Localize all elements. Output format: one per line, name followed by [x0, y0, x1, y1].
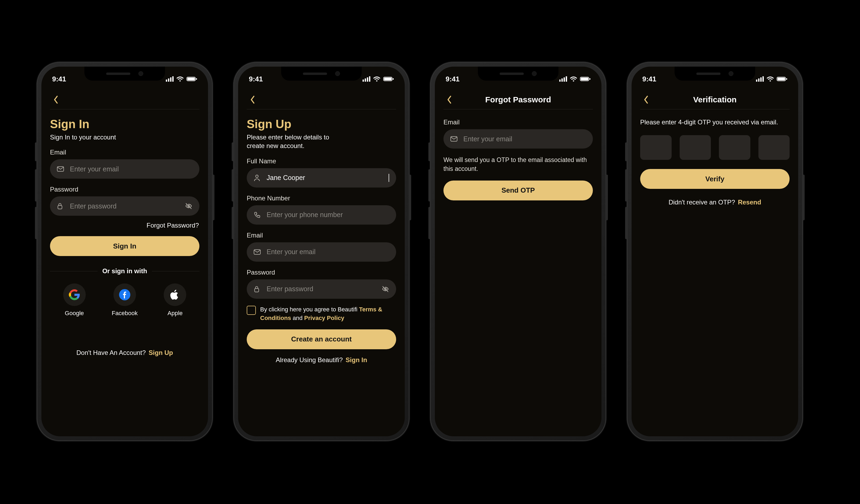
wifi-icon: [766, 76, 774, 82]
text-cursor: [389, 174, 389, 182]
send-otp-button[interactable]: Send OTP: [443, 181, 593, 200]
back-button[interactable]: [443, 94, 455, 105]
social-apple[interactable]: Apple: [164, 284, 186, 317]
email-input[interactable]: [69, 165, 192, 173]
phone-label: Phone Number: [247, 195, 396, 202]
notch: [478, 67, 558, 81]
phone-signup: 9:41 Sign Up Please enter below deta: [233, 62, 410, 441]
signup-link[interactable]: Sign Up: [148, 349, 173, 356]
no-account-line: Don't Have An Account? Sign Up: [50, 349, 199, 357]
create-account-button[interactable]: Create an account: [247, 329, 396, 349]
email-input[interactable]: [266, 248, 389, 256]
google-icon: [63, 284, 86, 306]
otp-digit-2[interactable]: [680, 135, 711, 160]
signin-button-label: Sign In: [113, 242, 137, 250]
consent-prefix: By clicking here you agree to Beautifi: [260, 306, 359, 313]
phone-forgot: 9:41 Forgot Password Email: [430, 62, 606, 441]
wifi-icon: [176, 76, 184, 82]
phone-field[interactable]: [247, 205, 396, 225]
password-field[interactable]: [50, 197, 199, 216]
facebook-label: Facebook: [112, 310, 138, 317]
screen-title: Forgot Password: [443, 95, 593, 104]
forgot-password-link[interactable]: Forgot Password?: [146, 222, 199, 229]
battery-icon: [580, 76, 591, 82]
resend-line: Didn't receive an OTP? Resend: [640, 199, 790, 206]
battery-icon: [383, 76, 394, 82]
phone-input[interactable]: [266, 211, 389, 219]
create-account-label: Create an account: [291, 335, 352, 343]
password-field[interactable]: [247, 279, 396, 299]
lock-icon: [57, 203, 64, 210]
page-subtitle: Sign In to your account: [50, 133, 152, 142]
email-field[interactable]: [247, 242, 396, 262]
svg-rect-19: [777, 78, 785, 80]
eye-off-icon[interactable]: [382, 285, 389, 293]
verify-button[interactable]: Verify: [640, 169, 790, 189]
forgot-helper: We will send you a OTP to the email asso…: [443, 156, 593, 174]
apple-icon: [164, 284, 186, 306]
svg-rect-8: [384, 78, 391, 80]
social-facebook[interactable]: Facebook: [112, 284, 138, 317]
facebook-icon: [113, 284, 136, 306]
fullname-input[interactable]: [266, 174, 385, 182]
back-button[interactable]: [247, 94, 259, 105]
signal-icon: [362, 76, 370, 82]
password-input[interactable]: [69, 202, 180, 210]
otp-digit-3[interactable]: [719, 135, 750, 160]
social-google[interactable]: Google: [63, 284, 86, 317]
svg-rect-12: [255, 289, 259, 292]
consent-checkbox[interactable]: [247, 306, 256, 315]
otp-digit-1[interactable]: [640, 135, 672, 160]
resend-link[interactable]: Resend: [738, 199, 761, 206]
email-label: Email: [247, 232, 396, 239]
lock-icon: [254, 286, 261, 292]
fullname-field[interactable]: [247, 168, 396, 188]
consent-and: and: [291, 315, 304, 321]
svg-rect-1: [187, 78, 195, 80]
back-button[interactable]: [640, 94, 652, 105]
back-button[interactable]: [50, 94, 62, 105]
status-time: 9:41: [249, 75, 263, 83]
page-subtitle: Please enter below details to create new…: [247, 133, 349, 150]
notch: [84, 67, 165, 81]
password-input[interactable]: [266, 285, 377, 293]
no-otp-text: Didn't receive an OTP?: [669, 199, 735, 206]
verify-button-label: Verify: [705, 175, 725, 183]
wifi-icon: [373, 76, 381, 82]
email-input[interactable]: [463, 135, 586, 143]
mail-icon: [254, 249, 261, 255]
page-title: Sign Up: [247, 117, 396, 131]
privacy-link[interactable]: Privacy Policy: [304, 315, 344, 321]
notch: [675, 67, 755, 81]
divider-text: Or sign in with: [102, 267, 147, 275]
battery-icon: [777, 76, 787, 82]
phone-icon: [254, 212, 261, 218]
svg-rect-20: [786, 78, 787, 80]
consent-text: By clicking here you agree to Beautifi T…: [260, 305, 396, 322]
wifi-icon: [570, 76, 577, 82]
already-text: Already Using Beautifi?: [276, 356, 343, 363]
otp-digit-4[interactable]: [758, 135, 790, 160]
user-icon: [254, 174, 261, 181]
screen-title: Verification: [640, 95, 790, 104]
notch: [281, 67, 362, 81]
signin-link[interactable]: Sign In: [346, 356, 367, 363]
verify-subtitle: Please enter 4-digit OTP you received vi…: [640, 118, 790, 126]
apple-label: Apple: [168, 310, 183, 317]
mail-icon: [57, 166, 64, 172]
password-label: Password: [247, 269, 396, 276]
status-time: 9:41: [52, 75, 66, 83]
signin-button[interactable]: Sign In: [50, 236, 199, 256]
svg-point-10: [256, 175, 258, 177]
svg-rect-15: [581, 78, 588, 80]
email-field[interactable]: [50, 159, 199, 179]
signal-icon: [166, 76, 174, 82]
battery-icon: [187, 76, 197, 82]
status-time: 9:41: [642, 75, 656, 83]
email-field[interactable]: [443, 129, 593, 148]
signal-icon: [756, 76, 764, 82]
eye-off-icon[interactable]: [185, 202, 192, 210]
svg-rect-16: [589, 78, 590, 80]
status-time: 9:41: [446, 75, 460, 83]
svg-rect-4: [58, 205, 62, 209]
